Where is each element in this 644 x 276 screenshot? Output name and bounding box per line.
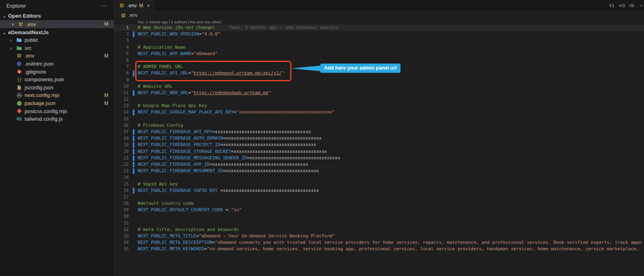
line-number[interactable]: 18 [114,135,129,142]
url-link[interactable]: https://edemandweb.wrteam.me [194,90,268,95]
code-line[interactable]: 7# ADMIN PANEL URL [114,64,644,70]
tree-folder-src[interactable]: ›src [0,44,114,52]
line-number[interactable]: 33 [114,233,129,239]
modified-change-bar[interactable] [133,129,134,135]
blame-codelens[interactable]: You, 1 minute ago | 2 authors (You and o… [137,20,644,25]
tab-env[interactable]: .env M × [114,0,155,11]
modified-change-bar[interactable] [133,142,134,148]
line-number[interactable]: 26 [114,187,129,194]
code-line[interactable]: 6 [114,57,644,64]
modified-change-bar[interactable] [133,90,134,96]
code-line[interactable]: 2NEXT_PUBLIC_WEB_VERSION="4.0.0" [114,31,644,37]
line-number[interactable]: 28 [114,200,129,207]
code-line[interactable]: 25# Vapid Api key [114,181,644,187]
code-line[interactable]: 20NEXT_PUBLIC_FIREBASE_STORAGE_BUCKET=xx… [114,148,644,155]
breadcrumb[interactable]: .env [114,11,644,19]
code-line[interactable]: 33NEXT_PUBLIC_META_TITLE="eDemand – Your… [114,233,644,239]
code-line[interactable]: 29NEXT_PUBLIC_DEFAULT_COUNTRY_CODE = "in… [114,207,644,213]
code-line[interactable]: 17NEXT_PUBLIC_FIREBASE_API_KEY=xxxxxxxxx… [114,129,644,135]
line-number[interactable]: 10 [114,83,129,90]
code-line[interactable]: 15 [114,116,644,122]
line-number[interactable]: 5 [114,51,129,57]
modified-change-bar[interactable] [133,70,134,76]
project-root-header[interactable]: ⌄ eDemandNextJs [0,28,114,36]
code-editor[interactable]: You, 1 minute ago | 2 authors (You and o… [114,20,644,253]
line-number[interactable]: 11 [114,90,129,96]
code-line[interactable]: 26NEXT_PUBLIC_FIREBASE_VAPID_KEY =xxxxxx… [114,187,644,194]
line-number[interactable]: 34 [114,239,129,246]
close-icon[interactable]: × [10,21,15,27]
open-editor-item[interactable]: ×.envM [0,20,114,28]
line-number[interactable]: 15 [114,116,129,122]
open-previous-change-icon[interactable] [619,2,625,9]
code-line[interactable]: 19NEXT_PUBLIC_FIREBASE_PROJECT_ID=xxxxxx… [114,142,644,148]
compare-changes-icon[interactable] [609,2,615,9]
code-line[interactable]: 14NEXT_PUBLIC_GOOGLE_MAP_PLACE_API_KEY="… [114,109,644,115]
tree-folder-public[interactable]: ›public [0,36,114,44]
code-line[interactable]: 10# Website URL [114,83,644,90]
modified-change-bar[interactable] [133,168,134,174]
tree-file-next.config.mjs[interactable]: next.config.mjsM [0,91,114,99]
url-link[interactable]: https://edemand.wrteam.me/api/v1/ [194,70,282,76]
line-number[interactable]: 4 [114,44,129,51]
code-line[interactable]: 28#default country code [114,200,644,207]
modified-change-bar[interactable] [133,149,134,154]
open-next-change-icon[interactable] [629,2,635,9]
code-line[interactable]: 13# Google Map Place Api Key [114,103,644,109]
line-number[interactable]: 12 [114,96,129,103]
line-number[interactable]: 2 [114,31,129,37]
open-editors-header[interactable]: ⌄ Open Editors [0,11,114,20]
line-number[interactable]: 32 [114,227,129,233]
tree-file-jsconfig.json[interactable]: JSjsconfig.json [0,84,114,92]
tree-file-.gitignore[interactable]: .gitignore [0,68,114,76]
line-number[interactable]: 27 [114,194,129,200]
code-line[interactable]: 12 [114,96,644,103]
code-line[interactable]: 16# Firebase Config [114,122,644,129]
code-line[interactable]: 5NEXT_PUBLIC_APP_NAME="eDemand" [114,51,644,57]
code-line[interactable]: 27 [114,194,644,200]
line-number[interactable]: 9 [114,77,129,83]
line-number[interactable]: 3 [114,37,129,44]
line-number[interactable]: 20 [114,148,129,155]
code-line[interactable]: 35NEXT_PUBLIC_META_KEYWORDS="on-demand s… [114,246,644,252]
line-number[interactable]: 22 [114,161,129,168]
modified-change-bar[interactable] [133,162,134,167]
line-number[interactable]: 17 [114,129,129,135]
modified-change-bar[interactable] [133,136,134,141]
tree-file-tailwind.config.js[interactable]: tailwind.config.js [0,115,114,123]
code-line[interactable]: 4# Application Name [114,44,644,51]
tree-file-.env[interactable]: .envM [0,52,114,60]
line-number[interactable]: 31 [114,220,129,227]
modified-change-bar[interactable] [133,188,134,194]
line-number[interactable]: 19 [114,142,129,148]
line-number[interactable]: 13 [114,103,129,109]
line-number[interactable]: 30 [114,213,129,220]
line-number[interactable]: 25 [114,181,129,187]
code-line[interactable]: 18NEXT_PUBLIC_FIREBASE_AUTH_DOMAIN=xxxxx… [114,135,644,142]
code-line[interactable]: 24 [114,174,644,181]
code-line[interactable]: 8NEXT_PUBLIC_API_URL="https://edemand.wr… [114,70,644,76]
tree-file-components.json[interactable]: {}components.json [0,76,114,84]
close-icon[interactable]: × [147,2,150,8]
code-line[interactable]: 34NEXT_PUBLIC_META_DESCRIPTION="eDemand … [114,239,644,246]
code-line[interactable]: 31 [114,220,644,227]
modified-change-bar[interactable] [133,155,134,161]
code-line[interactable]: 9 [114,77,644,83]
line-number[interactable]: 24 [114,174,129,181]
line-number[interactable]: 29 [114,207,129,213]
code-line[interactable]: 21NEXT_PUBLIC_FIREBASE_MESSAGEING_SENDER… [114,155,644,161]
line-number[interactable]: 23 [114,168,129,174]
code-line[interactable]: 3 [114,37,644,44]
code-line[interactable]: 11NEXT_PUBLIC_WEB_URL="https://edemandwe… [114,90,644,96]
code-line[interactable]: 32# meta title, description and keywords [114,227,644,233]
tree-file-.eslintrc.json[interactable]: .eslintrc.json [0,60,114,68]
code-line[interactable]: 1# Web Version (Do not Change)Yash, 2 mo… [114,25,644,31]
line-number[interactable]: 8 [114,70,129,76]
line-number[interactable]: 6 [114,57,129,64]
line-number[interactable]: 14 [114,109,129,115]
code-line[interactable]: 22NEXT_PUBLIC_FIREBASE_APP_ID=xxxxxxxxxx… [114,161,644,168]
line-number[interactable]: 21 [114,155,129,161]
modified-change-bar[interactable] [133,109,134,115]
partial-circle-icon[interactable] [639,2,642,9]
line-number[interactable]: 16 [114,122,129,129]
